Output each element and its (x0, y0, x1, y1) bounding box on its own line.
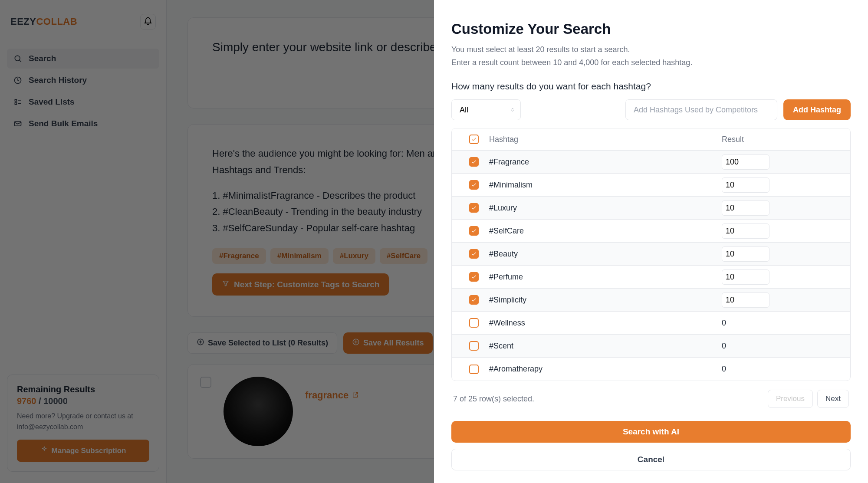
search-with-ai-button[interactable]: Search with AI (451, 421, 851, 443)
result-input[interactable] (722, 154, 769, 170)
add-hashtag-button[interactable]: Add Hashtag (783, 99, 851, 120)
row-checkbox[interactable] (469, 341, 479, 351)
column-result: Result (722, 135, 843, 144)
result-cell (722, 177, 843, 193)
result-input[interactable] (722, 269, 769, 285)
table-row: #Perfume (452, 266, 850, 289)
result-cell (722, 223, 843, 239)
result-input[interactable] (722, 200, 769, 216)
result-cell (722, 292, 843, 308)
result-input[interactable] (722, 223, 769, 239)
hashtag-cell: #Luxury (489, 204, 722, 213)
row-checkbox[interactable] (469, 203, 479, 213)
hashtag-cell: #Wellness (489, 319, 722, 328)
hashtag-cell: #Aromatherapy (489, 365, 722, 374)
select-all-checkbox[interactable] (469, 135, 479, 144)
hashtag-cell: #Scent (489, 342, 722, 351)
result-cell: 0 (722, 342, 843, 351)
competitor-hashtag-input[interactable] (625, 99, 777, 120)
modal-actions: Search with AI Cancel (451, 421, 851, 470)
table-row: #SelfCare (452, 220, 850, 243)
table-row: #Minimalism (452, 174, 850, 197)
next-button[interactable]: Next (817, 390, 849, 408)
result-cell (722, 154, 843, 170)
hashtag-cell: #Beauty (489, 250, 722, 259)
previous-button[interactable]: Previous (768, 390, 813, 408)
result-cell (722, 200, 843, 216)
table-row: #Fragrance (452, 151, 850, 174)
result-cell: 0 (722, 319, 843, 328)
row-checkbox[interactable] (469, 318, 479, 328)
table-row: #Beauty (452, 243, 850, 266)
row-checkbox[interactable] (469, 249, 479, 259)
hashtag-cell: #Simplicity (489, 296, 722, 305)
result-cell (722, 246, 843, 262)
result-cell (722, 269, 843, 285)
hashtag-cell: #Minimalism (489, 181, 722, 190)
modal-question: How many results do you want for each ha… (451, 81, 851, 92)
table-row: #Aromatherapy0 (452, 358, 850, 381)
modal-controls: All Add Hashtag (451, 99, 851, 120)
table-row: #Simplicity (452, 289, 850, 312)
hashtag-table: Hashtag Result #Fragrance#Minimalism#Lux… (451, 128, 851, 381)
row-checkbox[interactable] (469, 157, 479, 167)
customize-search-modal: Customize Your Search You must select at… (434, 0, 868, 483)
row-checkbox[interactable] (469, 180, 479, 190)
column-hashtag: Hashtag (489, 135, 722, 144)
result-input[interactable] (722, 177, 769, 193)
table-row: #Luxury (452, 197, 850, 220)
hashtag-cell: #Perfume (489, 273, 722, 282)
table-row: #Wellness0 (452, 312, 850, 335)
table-header: Hashtag Result (452, 128, 850, 151)
hashtag-cell: #SelfCare (489, 227, 722, 236)
result-input[interactable] (722, 246, 769, 262)
row-checkbox[interactable] (469, 272, 479, 282)
row-checkbox[interactable] (469, 226, 479, 236)
result-count-select[interactable]: All (451, 99, 521, 120)
row-checkbox[interactable] (469, 365, 479, 374)
selection-count: 7 of 25 row(s) selected. (453, 394, 534, 404)
modal-subtitle: You must select at least 20 results to s… (451, 43, 851, 69)
chevron-updown-icon (510, 106, 515, 113)
hashtag-cell: #Fragrance (489, 158, 722, 167)
table-row: #Scent0 (452, 335, 850, 358)
result-input[interactable] (722, 292, 769, 308)
cancel-button[interactable]: Cancel (451, 449, 851, 470)
table-footer: 7 of 25 row(s) selected. Previous Next (451, 381, 851, 417)
row-checkbox[interactable] (469, 295, 479, 305)
modal-title: Customize Your Search (451, 21, 851, 37)
pager: Previous Next (768, 390, 849, 408)
result-cell: 0 (722, 365, 843, 374)
